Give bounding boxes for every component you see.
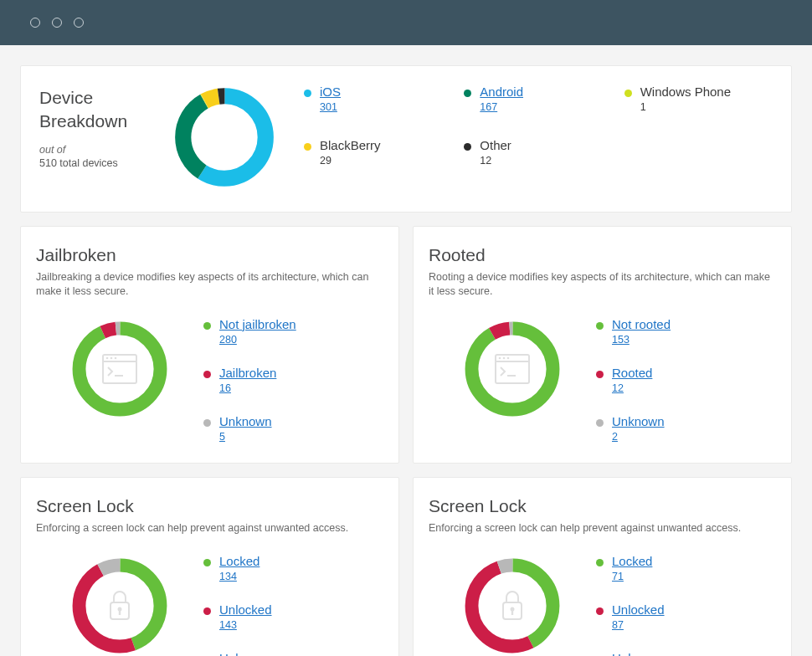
panel-chart-wrap	[429, 315, 596, 443]
legend-body: Windows Phone1	[640, 85, 731, 113]
legend-body: BlackBerry29	[320, 138, 381, 167]
hero-header: Device Breakdown out of 510 total device…	[39, 83, 167, 169]
legend-count[interactable]: 12	[612, 382, 652, 394]
legend-count[interactable]: 5	[219, 431, 272, 443]
panel-legend: Not jailbroken280Jailbroken16Unknown5	[203, 315, 378, 443]
svg-rect-28	[119, 610, 121, 615]
legend-label[interactable]: Unknown	[219, 414, 272, 428]
legend-body: Unknown2	[612, 414, 665, 443]
legend-body: Unknown5	[219, 414, 272, 443]
legend-bullet-icon	[624, 90, 632, 97]
legend-bullet-icon	[596, 371, 604, 378]
legend-label[interactable]: Locked	[612, 554, 652, 568]
device-breakdown-legend: iOS301Android167Windows Phone1BlackBerry…	[304, 83, 768, 167]
legend-count[interactable]: 71	[612, 571, 652, 582]
hero-subtitle-total: 510 total devices	[39, 157, 167, 169]
legend-label[interactable]: Not jailbroken	[219, 317, 296, 331]
panel-body: Not jailbroken280Jailbroken16Unknown5	[36, 315, 378, 443]
legend-label[interactable]: Not rooted	[612, 317, 671, 331]
legend-count[interactable]: 280	[219, 334, 296, 346]
legend-body: Unlocked87	[612, 602, 665, 631]
hero-subtitle-prefix: out of	[39, 144, 167, 156]
legend-label[interactable]: Unlocked	[219, 602, 272, 617]
panel-chart-wrap	[36, 315, 203, 443]
card-device-breakdown: Device Breakdown out of 510 total device…	[20, 65, 792, 213]
donut-svg	[170, 83, 279, 192]
jailbroken-donut-chart	[66, 315, 173, 423]
legend-count[interactable]: 143	[219, 619, 272, 631]
device-breakdown-donut-chart	[170, 83, 279, 192]
card-screenlock-b: Screen LockEnforcing a screen lock can h…	[413, 477, 792, 656]
legend-item: Unknown2	[596, 414, 771, 443]
terminal-icon	[102, 354, 137, 384]
legend-count[interactable]: 167	[480, 101, 523, 113]
lock-icon	[107, 589, 132, 623]
card-rooted: RootedRooting a device modifies key aspe…	[413, 226, 792, 464]
legend-bullet-icon	[203, 607, 211, 615]
legend-body: Unlocked143	[219, 602, 272, 631]
legend-item: Locked134	[203, 554, 378, 582]
legend-body: iOS301	[320, 85, 341, 113]
legend-label[interactable]: Locked	[219, 554, 260, 568]
legend-count[interactable]: 2	[612, 431, 665, 443]
svg-rect-34	[511, 610, 513, 615]
legend-item: Not jailbroken280	[203, 317, 378, 346]
legend-count: 1	[640, 101, 731, 113]
panel-title: Screen Lock	[429, 496, 771, 516]
panels-grid: JailbrokenJailbreaking a device modifies…	[20, 226, 792, 656]
legend-item-windows: Windows Phone1	[624, 85, 768, 113]
window-control-minimize[interactable]	[52, 18, 62, 28]
legend-label[interactable]: Unknown	[612, 414, 665, 428]
panel-description: Jailbreaking a device modifies key aspec…	[36, 270, 378, 299]
legend-label[interactable]: Unknown	[612, 651, 665, 656]
panel-legend: Not rooted153Rooted12Unknown2	[596, 315, 771, 443]
legend-item: Unlocked143	[203, 602, 378, 631]
panel-legend: Locked134Unlocked143Unknown24	[203, 552, 378, 656]
legend-count[interactable]: 87	[612, 619, 665, 631]
card-jailbroken: JailbrokenJailbreaking a device modifies…	[20, 226, 399, 464]
panel-title: Rooted	[429, 245, 771, 265]
legend-label[interactable]: iOS	[320, 85, 341, 99]
legend-body: Other12	[480, 138, 511, 167]
legend-item: Jailbroken16	[203, 366, 378, 394]
legend-count[interactable]: 16	[219, 382, 276, 394]
legend-label[interactable]: Unlocked	[612, 602, 665, 617]
dashboard-content: Device Breakdown out of 510 total device…	[0, 45, 812, 656]
panel-body: Locked71Unlocked87Unknown9	[429, 552, 771, 656]
legend-label[interactable]: Android	[480, 85, 523, 99]
panel-description: Enforcing a screen lock can help prevent…	[36, 521, 378, 536]
legend-count: 29	[320, 155, 381, 167]
legend-bullet-icon	[596, 419, 604, 427]
legend-label: BlackBerry	[320, 138, 381, 152]
legend-label[interactable]: Jailbroken	[219, 366, 276, 380]
legend-count[interactable]: 301	[320, 101, 341, 113]
legend-body: Not rooted153	[612, 317, 671, 346]
svg-rect-17	[496, 355, 529, 383]
legend-item-blackberry: BlackBerry29	[304, 138, 447, 167]
legend-label: Other	[480, 138, 511, 152]
svg-point-10	[106, 356, 109, 359]
legend-body: Android167	[480, 85, 523, 113]
legend-bullet-icon	[596, 322, 604, 330]
window-control-zoom[interactable]	[74, 18, 84, 28]
legend-item: Unknown9	[596, 651, 771, 656]
legend-count[interactable]: 153	[612, 334, 671, 346]
legend-body: Unknown24	[219, 651, 272, 656]
legend-label: Windows Phone	[640, 85, 731, 99]
legend-item-other: Other12	[464, 138, 607, 167]
legend-bullet-icon	[203, 419, 211, 427]
svg-point-12	[115, 356, 117, 359]
legend-item-ios: iOS301	[304, 85, 447, 113]
svg-point-21	[507, 356, 510, 359]
legend-label[interactable]: Rooted	[612, 366, 652, 380]
rooted-donut-chart	[459, 315, 566, 423]
window-titlebar	[0, 0, 812, 45]
screenlock-a-donut-chart	[66, 552, 173, 656]
legend-bullet-icon	[464, 90, 471, 97]
lock-icon	[500, 589, 525, 623]
panel-body: Locked134Unlocked143Unknown24	[36, 552, 378, 656]
legend-count[interactable]: 134	[219, 571, 260, 582]
panel-chart-wrap	[429, 552, 596, 656]
window-control-close[interactable]	[30, 18, 40, 28]
legend-label[interactable]: Unknown	[219, 651, 272, 656]
